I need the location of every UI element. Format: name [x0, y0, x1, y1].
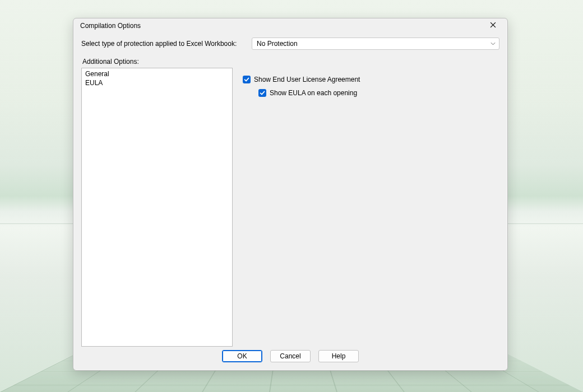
compilation-options-dialog: Compilation Options Select type of prote… [73, 18, 508, 371]
ok-button-label: OK [237, 352, 247, 360]
close-button[interactable] [483, 18, 503, 33]
cancel-button-label: Cancel [280, 352, 300, 360]
protection-select[interactable]: No Protection [252, 38, 499, 50]
help-button[interactable]: Help [318, 350, 359, 362]
list-item[interactable]: General [82, 69, 232, 78]
protection-select-value: No Protection [252, 38, 499, 50]
protection-label: Select type of protection applied to Exc… [81, 40, 242, 48]
show-eula-each-checkbox[interactable] [258, 89, 266, 97]
titlebar: Compilation Options [73, 18, 507, 33]
ok-button[interactable]: OK [222, 350, 262, 362]
show-eula-label: Show End User License Agreement [254, 76, 360, 83]
show-eula-each-label: Show EULA on each opening [270, 89, 357, 97]
dialog-body: Select type of protection applied to Exc… [73, 33, 507, 375]
show-eula-each-row: Show EULA on each opening [258, 89, 499, 97]
show-eula-row: Show End User License Agreement [243, 76, 499, 83]
dialog-title: Compilation Options [80, 22, 141, 30]
additional-options-label: Additional Options: [82, 58, 499, 66]
content-row: General EULA Show End User License Agree… [81, 68, 499, 347]
options-detail-pane: Show End User License Agreement Show EUL… [243, 68, 499, 347]
help-button-label: Help [332, 352, 346, 360]
check-icon [260, 90, 265, 96]
list-item[interactable]: EULA [82, 78, 232, 87]
protection-row: Select type of protection applied to Exc… [81, 38, 499, 50]
close-icon [490, 22, 496, 30]
dialog-footer: OK Cancel Help [81, 347, 499, 369]
options-listbox[interactable]: General EULA [81, 68, 233, 347]
show-eula-checkbox[interactable] [243, 76, 251, 83]
desktop-background: Compilation Options Select type of prote… [0, 0, 583, 392]
cancel-button[interactable]: Cancel [270, 350, 311, 362]
check-icon [244, 77, 249, 82]
